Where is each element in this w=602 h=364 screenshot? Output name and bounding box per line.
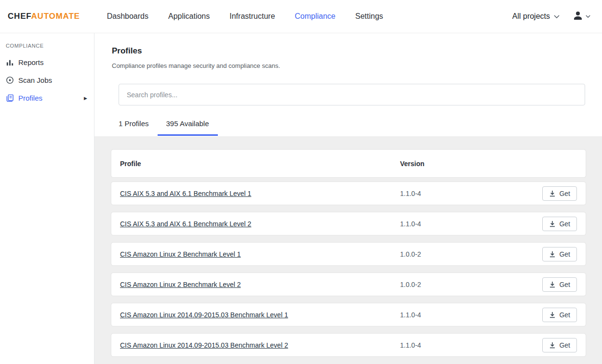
tab-my-profiles[interactable]: 1 Profiles <box>119 119 158 136</box>
nav-compliance[interactable]: Compliance <box>295 12 335 21</box>
download-icon <box>549 342 556 349</box>
get-button[interactable]: Get <box>542 247 577 261</box>
sidebar: COMPLIANCE Reports Scan Jobs <box>0 33 94 364</box>
header-right: All projects <box>512 10 590 23</box>
user-menu[interactable] <box>572 10 590 23</box>
profile-link[interactable]: CIS AIX 5.3 and AIX 6.1 Benchmark Level … <box>120 190 251 197</box>
get-button[interactable]: Get <box>542 308 577 322</box>
page-subtitle: Compliance profiles manage security and … <box>112 62 585 69</box>
table-header: Profile Version <box>111 150 586 177</box>
profile-link[interactable]: CIS Amazon Linux 2014.09-2015.03 Benchma… <box>120 341 288 349</box>
profile-version: 1.0.0-2 <box>400 281 542 288</box>
profile-version: 1.1.0-4 <box>400 341 542 349</box>
get-button[interactable]: Get <box>542 217 577 231</box>
content-header: Profiles Compliance profiles manage secu… <box>94 33 602 136</box>
table-row: CIS Amazon Linux 2 Benchmark Level 1 1.0… <box>111 243 586 265</box>
table-row: CIS Amazon Linux 2 Benchmark Level 2 1.0… <box>111 273 586 296</box>
expand-arrow-icon[interactable]: ▶ <box>84 96 87 101</box>
get-button-label: Get <box>559 220 570 228</box>
get-button-label: Get <box>559 281 570 288</box>
table-rows: CIS AIX 5.3 and AIX 6.1 Benchmark Level … <box>111 182 586 356</box>
logo-automate: AUTOMATE <box>31 12 80 21</box>
sidebar-item-label: Scan Jobs <box>18 76 52 84</box>
table-row: CIS AIX 5.3 and AIX 6.1 Benchmark Level … <box>111 182 586 205</box>
table-row: CIS Amazon Linux 2014.09-2015.03 Benchma… <box>111 334 586 356</box>
column-header-version: Version <box>400 160 577 168</box>
nav-infrastructure[interactable]: Infrastructure <box>229 12 275 21</box>
page-title: Profiles <box>112 46 585 56</box>
profiles-list-area: Profile Version CIS AIX 5.3 and AIX 6.1 … <box>94 136 602 364</box>
main-nav: Dashboards Applications Infrastructure C… <box>107 12 383 21</box>
download-icon <box>549 281 556 288</box>
bar-chart-icon <box>6 58 14 66</box>
table-row: CIS AIX 5.3 and AIX 6.1 Benchmark Level … <box>111 212 586 235</box>
sidebar-item-label: Reports <box>18 58 44 66</box>
sidebar-item-scan-jobs[interactable]: Scan Jobs <box>0 71 94 89</box>
get-button-label: Get <box>559 250 570 258</box>
profile-link[interactable]: CIS Amazon Linux 2 Benchmark Level 1 <box>120 250 241 258</box>
search-input[interactable] <box>119 84 585 105</box>
chevron-down-icon <box>586 15 590 18</box>
get-button[interactable]: Get <box>542 186 577 201</box>
profile-version: 1.1.0-4 <box>400 190 542 197</box>
download-icon <box>549 312 556 318</box>
chef-automate-logo: CHEFAUTOMATE <box>8 12 80 21</box>
top-header: CHEFAUTOMATE Dashboards Applications Inf… <box>0 0 602 33</box>
library-icon <box>6 94 14 102</box>
chevron-down-icon <box>554 15 560 18</box>
nav-applications[interactable]: Applications <box>168 12 210 21</box>
projects-dropdown-label: All projects <box>512 12 550 21</box>
download-icon <box>549 190 556 197</box>
download-icon <box>549 221 556 227</box>
get-button-label: Get <box>559 311 570 319</box>
tabs: 1 Profiles 395 Available <box>119 119 585 136</box>
profile-version: 1.1.0-4 <box>400 311 542 319</box>
table-row: CIS Amazon Linux 2014.09-2015.03 Benchma… <box>111 303 586 326</box>
logo-chef: CHEF <box>8 12 31 21</box>
profile-link[interactable]: CIS Amazon Linux 2014.09-2015.03 Benchma… <box>120 311 288 319</box>
sidebar-item-reports[interactable]: Reports <box>0 53 94 71</box>
radar-icon <box>6 76 14 84</box>
get-button-label: Get <box>559 341 570 349</box>
get-button[interactable]: Get <box>542 338 577 352</box>
main-content: Profiles Compliance profiles manage secu… <box>94 33 602 364</box>
get-button-label: Get <box>559 190 570 197</box>
sidebar-item-label: Profiles <box>18 94 42 102</box>
nav-settings[interactable]: Settings <box>355 12 383 21</box>
tab-available[interactable]: 395 Available <box>158 119 218 136</box>
profile-link[interactable]: CIS AIX 5.3 and AIX 6.1 Benchmark Level … <box>120 220 251 228</box>
user-avatar-icon <box>572 10 584 23</box>
projects-dropdown[interactable]: All projects <box>512 12 560 21</box>
get-button[interactable]: Get <box>542 277 577 292</box>
sidebar-item-profiles[interactable]: Profiles ▶ <box>0 89 94 107</box>
profile-version: 1.0.0-2 <box>400 250 542 258</box>
profile-version: 1.1.0-4 <box>400 220 542 228</box>
profile-link[interactable]: CIS Amazon Linux 2 Benchmark Level 2 <box>120 281 241 288</box>
download-icon <box>549 251 556 258</box>
sidebar-section-label: COMPLIANCE <box>0 43 94 53</box>
nav-dashboards[interactable]: Dashboards <box>107 12 148 21</box>
column-header-profile: Profile <box>111 160 400 168</box>
